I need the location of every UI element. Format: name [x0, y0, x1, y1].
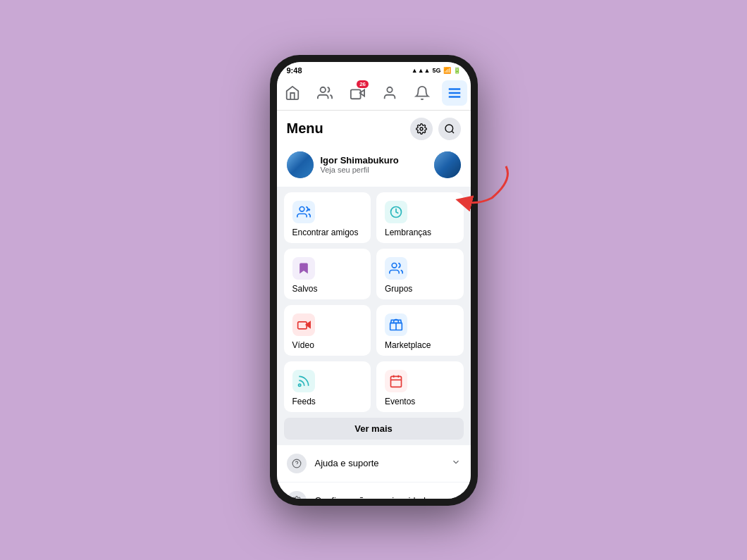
grid-item-memories[interactable]: Lembranças — [376, 192, 464, 243]
svg-point-13 — [392, 263, 397, 268]
nav-friends[interactable] — [312, 80, 338, 106]
video-icon — [292, 313, 315, 336]
nav-video[interactable]: 26 — [345, 80, 370, 106]
grid-item-saved[interactable]: Salvos — [284, 249, 371, 299]
help-chevron — [451, 457, 461, 470]
battery-icon: 🔋 — [453, 67, 461, 74]
signal-icon: ▲▲▲ — [412, 67, 431, 74]
svg-point-0 — [321, 87, 326, 92]
grid-item-feeds[interactable]: Feeds — [284, 361, 371, 412]
settings-button[interactable] — [410, 118, 433, 140]
grid-item-events[interactable]: Eventos — [376, 361, 464, 412]
settings-chevron — [451, 494, 461, 499]
saved-label: Salvos — [292, 284, 363, 294]
nav-menu[interactable] — [442, 80, 467, 106]
menu-title: Menu — [287, 120, 323, 137]
menu-header-icons — [410, 118, 461, 140]
grid-item-video[interactable]: Vídeo — [284, 305, 371, 356]
profile-name: Igor Shimabukuro — [321, 155, 399, 166]
phone-screen: 9:48 ▲▲▲ 5G 📶 🔋 26 — [277, 62, 471, 499]
profile-section[interactable]: Igor Shimabukuro Veja seu perfil — [277, 146, 471, 187]
nav-home[interactable] — [280, 80, 305, 106]
settings-label: Configurações e privacidade — [315, 495, 451, 499]
nav-bar: 26 — [277, 76, 471, 111]
events-label: Eventos — [385, 397, 455, 406]
saved-icon — [292, 257, 315, 280]
groups-icon — [385, 257, 407, 280]
feeds-icon — [292, 370, 315, 392]
grid-item-find-friends[interactable]: Encontrar amigos — [284, 192, 371, 243]
find-friends-label: Encontrar amigos — [292, 228, 363, 237]
svg-point-8 — [445, 125, 453, 132]
svg-point-3 — [387, 87, 392, 92]
status-icons: ▲▲▲ 5G 📶 🔋 — [412, 67, 461, 74]
find-friends-icon — [292, 201, 315, 223]
settings-list-icon — [287, 491, 307, 499]
feeds-label: Feeds — [292, 397, 363, 406]
nav-badge: 26 — [357, 80, 369, 88]
network-type: 5G — [432, 67, 440, 74]
search-button[interactable] — [438, 118, 461, 140]
svg-point-17 — [298, 384, 300, 386]
marketplace-icon — [385, 313, 407, 336]
grid-item-marketplace[interactable]: Marketplace — [376, 305, 464, 356]
wifi-icon: 📶 — [443, 67, 451, 74]
nav-notifications[interactable] — [409, 80, 435, 106]
svg-rect-18 — [391, 376, 402, 387]
help-icon — [287, 454, 307, 473]
grid-item-groups[interactable]: Grupos — [376, 249, 464, 299]
help-item[interactable]: Ajuda e suporte — [277, 445, 471, 483]
nav-profile[interactable] — [377, 80, 402, 106]
svg-point-9 — [300, 206, 304, 211]
video-label: Vídeo — [292, 340, 363, 350]
help-label: Ajuda e suporte — [315, 458, 451, 468]
avatar — [287, 151, 314, 178]
groups-label: Grupos — [385, 284, 455, 294]
status-bar: 9:48 ▲▲▲ 5G 📶 🔋 — [277, 62, 471, 76]
ver-mais-button[interactable]: Ver mais — [284, 418, 464, 440]
svg-rect-14 — [297, 321, 307, 328]
status-time: 9:48 — [287, 66, 302, 75]
menu-header: Menu — [277, 111, 471, 146]
memories-label: Lembranças — [385, 228, 455, 237]
events-icon — [385, 370, 407, 392]
profile-avatar-right — [434, 151, 461, 178]
phone-frame: 9:48 ▲▲▲ 5G 📶 🔋 26 — [270, 55, 478, 506]
profile-info: Igor Shimabukuro Veja seu perfil — [321, 155, 399, 174]
content-area: Menu Igor — [277, 111, 471, 499]
list-section: Ajuda e suporte Configurações e privacid… — [277, 445, 471, 499]
marketplace-label: Marketplace — [385, 340, 455, 350]
settings-item[interactable]: Configurações e privacidade — [277, 483, 471, 499]
profile-sub: Veja seu perfil — [321, 166, 399, 174]
memories-icon — [385, 201, 407, 223]
svg-point-7 — [420, 127, 423, 130]
svg-rect-1 — [351, 89, 361, 99]
menu-grid: Encontrar amigos Lembranças — [277, 187, 471, 418]
